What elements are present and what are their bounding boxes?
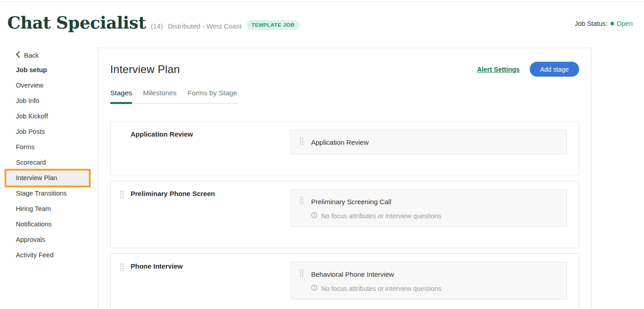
- sidebar: Back Job setup Overview Job Info Job Kic…: [0, 48, 98, 266]
- tab-bar: Stages Milestones Forms by Stage: [110, 89, 237, 104]
- drag-handle-icon[interactable]: [120, 263, 124, 273]
- stage-card-application-review: Application Review Application Review: [110, 121, 579, 176]
- body-layout: Back Job setup Overview Job Info Job Kic…: [0, 48, 644, 309]
- top-divider: [0, 1, 644, 2]
- stage-header: Application Review: [120, 130, 291, 139]
- sidebar-section-job-setup: Job setup: [16, 65, 98, 75]
- chevron-left-icon: [16, 51, 20, 59]
- interview-name: Application Review: [311, 138, 369, 146]
- interview-title-row: Preliminary Screening Call: [299, 196, 558, 206]
- sidebar-item-job-posts[interactable]: Job Posts: [16, 127, 98, 137]
- tab-stages[interactable]: Stages: [110, 89, 132, 103]
- sidebar-item-hiring-team[interactable]: Hiring Team: [16, 204, 98, 214]
- sidebar-item-forms[interactable]: Forms: [16, 142, 98, 152]
- add-stage-button[interactable]: Add stage: [530, 62, 579, 77]
- job-title: Chat Specialist: [7, 13, 146, 33]
- back-label: Back: [24, 52, 39, 59]
- stage-title: Preliminary Phone Screen: [131, 189, 215, 198]
- interview-title-row: Behavioral Phone Interview: [299, 269, 558, 279]
- drag-handle-icon[interactable]: [299, 196, 304, 206]
- sidebar-item-approvals[interactable]: Approvals: [16, 235, 98, 245]
- interview-title-row: Application Review: [299, 137, 558, 147]
- stage-header: Preliminary Phone Screen: [120, 189, 291, 201]
- job-office: Distributed - West Coast: [168, 22, 241, 30]
- sidebar-item-interview-plan[interactable]: Interview Plan: [16, 173, 85, 183]
- back-button[interactable]: Back: [16, 51, 98, 59]
- sidebar-item-notifications[interactable]: Notifications: [16, 220, 98, 229]
- interview-plan-panel: Interview Plan Alert Settings Add stage …: [98, 48, 591, 309]
- interview-item-behavioral-phone-interview[interactable]: Behavioral Phone Interview No focus attr…: [291, 262, 567, 299]
- sidebar-item-activity-feed[interactable]: Activity Feed: [16, 250, 98, 260]
- tab-milestones[interactable]: Milestones: [143, 89, 176, 103]
- template-job-badge: TEMPLATE JOB: [247, 20, 300, 30]
- stage-card-phone-interview: Phone Interview Behavioral Phone Intervi…: [110, 253, 579, 309]
- drag-handle-icon[interactable]: [299, 269, 304, 279]
- page-title: Interview Plan: [110, 63, 180, 76]
- job-status: Job Status: Open: [575, 20, 633, 27]
- sidebar-item-overview[interactable]: Overview: [16, 81, 98, 90]
- stage-title: Phone Interview: [131, 262, 183, 271]
- info-icon: [311, 284, 317, 292]
- stage-title: Application Review: [131, 130, 193, 139]
- alert-settings-link[interactable]: Alert Settings: [477, 66, 520, 73]
- candidate-count: (14): [151, 22, 163, 30]
- interview-name: Preliminary Screening Call: [311, 198, 391, 206]
- panel-header: Interview Plan Alert Settings Add stage: [110, 62, 579, 77]
- page-header: Chat Specialist (14) Distributed - West …: [0, 0, 644, 48]
- annotation-highlight-box: Interview Plan: [5, 169, 91, 187]
- stage-header: Phone Interview: [120, 262, 291, 273]
- tab-forms-by-stage[interactable]: Forms by Stage: [187, 89, 237, 103]
- drag-handle-icon[interactable]: [299, 137, 304, 147]
- interview-item-application-review[interactable]: Application Review: [291, 130, 567, 154]
- drag-handle-icon[interactable]: [120, 191, 124, 201]
- job-status-label: Job Status:: [575, 20, 608, 27]
- interview-item-preliminary-screening-call[interactable]: Preliminary Screening Call No focus attr…: [291, 189, 567, 227]
- interview-note: No focus attributes or interview questio…: [311, 212, 558, 220]
- interview-note-text: No focus attributes or interview questio…: [321, 212, 441, 220]
- interview-note-text: No focus attributes or interview questio…: [321, 285, 441, 292]
- sidebar-item-job-kickoff[interactable]: Job Kickoff: [16, 112, 98, 121]
- interview-note: No focus attributes or interview questio…: [311, 284, 558, 292]
- interview-name: Behavioral Phone Interview: [311, 270, 394, 278]
- sidebar-item-job-info[interactable]: Job Info: [16, 96, 98, 106]
- job-title-group: Chat Specialist (14) Distributed - West …: [7, 13, 300, 33]
- stage-card-preliminary-phone-screen: Preliminary Phone Screen Preliminary Scr…: [110, 181, 579, 248]
- job-status-value[interactable]: Open: [617, 20, 633, 27]
- sidebar-item-scorecard[interactable]: Scorecard: [16, 158, 98, 167]
- panel-actions: Alert Settings Add stage: [477, 62, 579, 77]
- info-icon: [311, 212, 317, 220]
- sidebar-item-stage-transitions[interactable]: Stage Transitions: [16, 189, 98, 198]
- status-dot-icon: [610, 22, 614, 25]
- stage-list: Application Review Application Review: [110, 121, 579, 309]
